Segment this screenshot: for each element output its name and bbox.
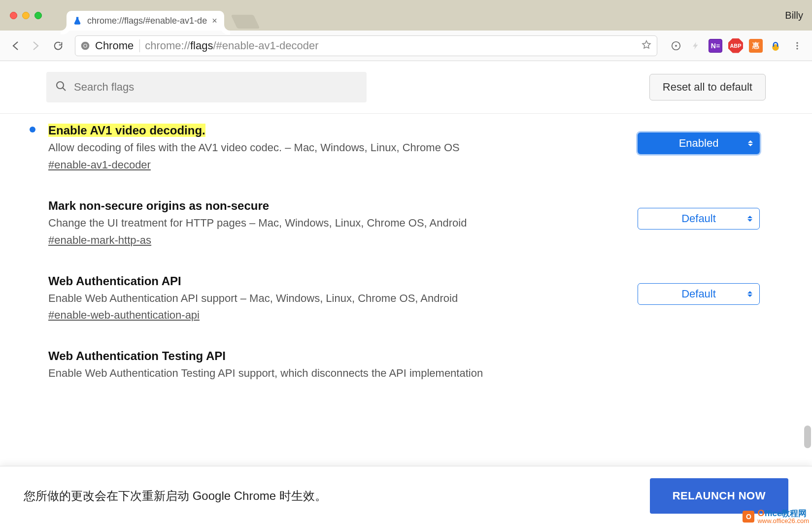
flag-anchor-link[interactable]: #enable-web-authentication-api: [48, 309, 200, 322]
address-bar[interactable]: Chrome chrome://flags/#enable-av1-decode…: [75, 35, 657, 56]
watermark-url: www.office26.com: [757, 518, 809, 524]
browser-menu-button[interactable]: [788, 37, 806, 55]
watermark-text: Office教程网 www.office26.com: [757, 509, 809, 524]
reload-button[interactable]: [49, 37, 67, 55]
svg-point-8: [796, 48, 798, 49]
tab-title: chrome://flags/#enable-av1-de: [87, 16, 207, 26]
svg-point-9: [57, 82, 64, 89]
page-content: Reset all to default Enable AV1 video de…: [0, 61, 812, 525]
new-tab-button[interactable]: [231, 15, 260, 29]
relaunch-bar: 您所做的更改会在下次重新启动 Google Chrome 时生效。 RELAUN…: [0, 466, 812, 525]
flag-select-value: Default: [681, 212, 716, 225]
modified-dot-icon: [30, 127, 35, 132]
window-titlebar: chrome://flags/#enable-av1-de × Billy: [0, 0, 812, 31]
relaunch-button[interactable]: RELAUNCH NOW: [650, 478, 788, 514]
url-prefix: chrome://: [145, 39, 190, 52]
flags-list: Enable AV1 video decoding.Allow decoding…: [0, 114, 812, 403]
flags-search-input[interactable]: [74, 81, 358, 94]
flag-item: Web Authentication APIEnable Web Authent…: [30, 268, 766, 344]
flag-item: Enable AV1 video decoding.Allow decoding…: [30, 118, 766, 193]
url-host: flags: [190, 39, 213, 52]
flag-select-value: Enabled: [679, 137, 719, 150]
flag-anchor-link[interactable]: #enable-mark-http-as: [48, 234, 151, 247]
minimize-window-button[interactable]: [22, 12, 30, 19]
extension-pagemark-icon[interactable]: [669, 39, 683, 53]
flag-modified-indicator-col: [30, 274, 44, 322]
back-button[interactable]: [6, 37, 24, 55]
url-scheme-label: Chrome: [95, 39, 140, 52]
flag-description: Enable Web Authentication Testing API su…: [48, 366, 634, 381]
flag-item: Mark non-secure origins as non-secureCha…: [30, 193, 766, 268]
reset-all-button[interactable]: Reset all to default: [649, 74, 766, 100]
flag-item: Web Authentication Testing APIEnable Web…: [30, 343, 766, 403]
window-controls: [10, 12, 42, 19]
watermark-icon: O: [743, 511, 754, 523]
flag-select[interactable]: Default: [638, 283, 760, 305]
flag-select[interactable]: Enabled: [638, 132, 760, 154]
flag-title: Enable AV1 video decoding.: [48, 124, 205, 137]
extension-lock-icon[interactable]: [769, 39, 782, 53]
search-icon: [55, 80, 67, 94]
flag-description: Enable Web Authentication API support – …: [48, 291, 634, 306]
chrome-icon: [80, 41, 90, 51]
tab-strip: chrome://flags/#enable-av1-de ×: [67, 11, 257, 31]
flag-select[interactable]: Default: [638, 208, 760, 230]
select-caret-icon: [748, 140, 753, 146]
profile-name[interactable]: Billy: [785, 10, 806, 21]
tab-close-button[interactable]: ×: [212, 16, 217, 26]
url-text: chrome://flags/#enable-av1-decoder: [145, 39, 318, 52]
flag-title: Mark non-secure origins as non-secure: [48, 199, 269, 212]
svg-point-7: [796, 45, 798, 46]
watermark-brand-first: O: [757, 508, 764, 518]
select-caret-icon: [747, 291, 752, 297]
flag-modified-indicator-col: [30, 349, 44, 381]
flag-control: Default: [638, 199, 766, 247]
svg-point-4: [675, 45, 677, 47]
extension-onenote-icon[interactable]: N≡: [709, 39, 722, 53]
flag-select-value: Default: [681, 288, 716, 300]
maximize-window-button[interactable]: [34, 12, 42, 19]
close-window-button[interactable]: [10, 12, 17, 19]
flags-search-box[interactable]: [46, 72, 367, 102]
flag-control: [638, 349, 766, 381]
forward-button[interactable]: [28, 37, 45, 55]
flag-description: Allow decoding of files with the AV1 vid…: [48, 140, 634, 156]
flag-body: Enable AV1 video decoding.Allow decoding…: [48, 124, 634, 171]
bookmark-star-icon[interactable]: [641, 39, 652, 52]
select-caret-icon: [747, 216, 752, 222]
extension-icons: N≡ ABP 惠: [669, 37, 806, 55]
flag-control: Enabled: [638, 124, 766, 171]
flag-modified-indicator-col: [30, 199, 44, 247]
flag-title: Web Authentication Testing API: [48, 349, 226, 362]
svg-point-2: [84, 44, 86, 47]
flags-header: Reset all to default: [0, 61, 812, 114]
flag-anchor-link[interactable]: #enable-av1-decoder: [48, 159, 151, 171]
watermark: O Office教程网 www.office26.com: [743, 509, 809, 524]
extension-bolt-icon[interactable]: [689, 39, 703, 53]
relaunch-message: 您所做的更改会在下次重新启动 Google Chrome 时生效。: [24, 488, 327, 504]
flag-title: Web Authentication API: [48, 274, 181, 288]
extension-adblock-icon[interactable]: ABP: [728, 38, 743, 53]
flag-description: Change the UI treatment for HTTP pages –…: [48, 216, 634, 231]
svg-line-10: [63, 88, 66, 91]
scrollbar-thumb[interactable]: [804, 426, 811, 448]
url-path: /#enable-av1-decoder: [213, 39, 318, 52]
flag-body: Web Authentication APIEnable Web Authent…: [48, 274, 634, 322]
flag-control: Default: [638, 274, 766, 322]
flag-body: Mark non-secure origins as non-secureCha…: [48, 199, 634, 247]
extension-hui-icon[interactable]: 惠: [749, 39, 763, 53]
flask-icon: [72, 16, 82, 26]
browser-toolbar: Chrome chrome://flags/#enable-av1-decode…: [0, 31, 812, 61]
flag-modified-indicator-col: [30, 124, 44, 171]
browser-tab-active[interactable]: chrome://flags/#enable-av1-de ×: [67, 11, 224, 31]
flag-body: Web Authentication Testing APIEnable Web…: [48, 349, 634, 381]
svg-point-6: [796, 42, 798, 43]
